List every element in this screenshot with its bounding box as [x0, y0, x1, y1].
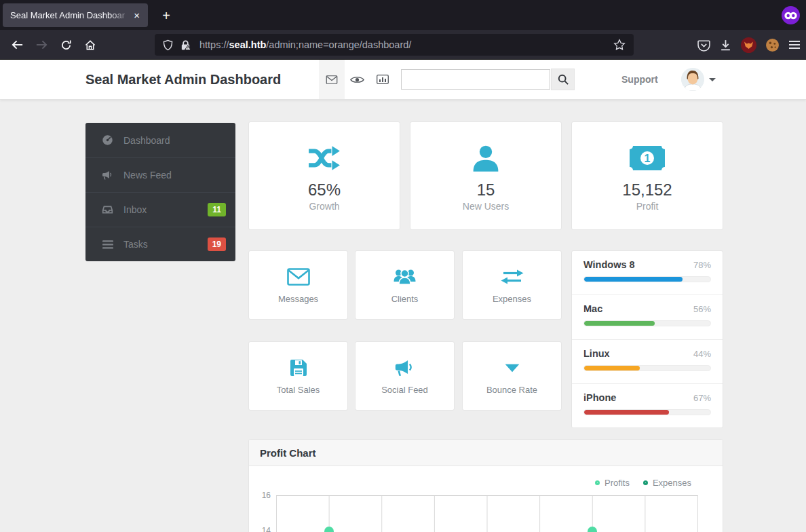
- pocket-icon[interactable]: [697, 39, 710, 52]
- progress-fill: [584, 321, 655, 326]
- shortcut-label: Messages: [278, 294, 318, 304]
- toolbar-right-icons: [697, 30, 801, 60]
- legend-item-profits[interactable]: Profits: [595, 478, 630, 488]
- os-label: Linux: [583, 348, 610, 359]
- url-domain: seal.htb: [229, 39, 267, 50]
- sidebar-item-label: Inbox: [123, 204, 147, 215]
- eye-header-button[interactable]: [347, 60, 367, 99]
- shortcut-messages[interactable]: Messages: [248, 250, 348, 320]
- shortcut-bounce-rate[interactable]: Bounce Rate: [462, 341, 562, 411]
- chart-point: [324, 527, 334, 532]
- chevron-down-icon[interactable]: [709, 78, 716, 81]
- lock-warning-icon[interactable]: [180, 39, 191, 51]
- stat-label: Growth: [309, 201, 339, 212]
- svg-text:1: 1: [645, 153, 651, 164]
- chart-point: [588, 527, 597, 532]
- browser-toolbar: https://seal.htb/admin;name=orange/dashb…: [0, 30, 806, 60]
- stat-card-growth[interactable]: 65% Growth: [248, 121, 400, 230]
- sidebar-item-inbox[interactable]: Inbox 11: [85, 192, 235, 227]
- sidebar-item-tasks[interactable]: Tasks 19: [85, 227, 235, 261]
- os-label: iPhone: [583, 392, 616, 403]
- sidebar-item-news-feed[interactable]: News Feed: [85, 157, 235, 192]
- sidebar: Dashboard News Feed Inbox 11: [85, 123, 235, 261]
- legend-label: Expenses: [653, 478, 691, 488]
- progress-track: [583, 276, 711, 282]
- progress-fill: [584, 410, 669, 415]
- avatar-image: [681, 68, 704, 91]
- profit-chart-plot: [276, 495, 698, 532]
- eye-icon: [350, 75, 364, 84]
- support-link[interactable]: Support: [621, 60, 658, 99]
- sidebar-item-label: News Feed: [123, 170, 172, 180]
- new-tab-button[interactable]: +: [156, 5, 176, 26]
- envelope-icon: [287, 266, 310, 288]
- shortcut-label: Total Sales: [277, 385, 320, 395]
- os-label: Windows 8: [583, 259, 635, 270]
- shortcut-expenses[interactable]: Expenses: [462, 250, 562, 320]
- url-bar[interactable]: https://seal.htb/admin;name=orange/dashb…: [155, 34, 634, 56]
- sidebar-item-dashboard[interactable]: Dashboard: [85, 123, 235, 157]
- shortcut-social-feed[interactable]: Social Feed: [355, 341, 455, 411]
- progress-track: [583, 365, 711, 371]
- fox-icon: [741, 37, 756, 53]
- messages-header-button[interactable]: [319, 60, 345, 99]
- tab-bar: Seal Market Admin Dashboar × +: [0, 0, 806, 30]
- search-button[interactable]: [551, 69, 575, 90]
- stat-value: 15: [477, 180, 495, 200]
- menu-icon[interactable]: [788, 40, 801, 50]
- os-label: Mac: [583, 303, 602, 314]
- reload-button[interactable]: [54, 33, 77, 56]
- avatar[interactable]: [681, 68, 704, 91]
- panel-header: Profit Chart: [249, 440, 723, 466]
- money-bill-icon: 1: [629, 141, 666, 175]
- megaphone-icon: [101, 170, 114, 180]
- container-mask-icon[interactable]: [782, 6, 800, 24]
- legend-item-expenses[interactable]: Expenses: [643, 478, 691, 488]
- shortcut-label: Expenses: [493, 294, 531, 304]
- os-row-windows: Windows 8 78%: [572, 251, 723, 294]
- progress-fill: [584, 277, 683, 282]
- megaphone-icon: [394, 357, 415, 379]
- shield-icon[interactable]: [163, 39, 173, 51]
- users-icon: [392, 266, 417, 288]
- caret-down-icon: [505, 357, 520, 379]
- stat-card-new-users[interactable]: 15 New Users: [410, 121, 562, 230]
- download-icon[interactable]: [719, 39, 732, 52]
- back-button[interactable]: [5, 33, 28, 56]
- shortcut-label: Social Feed: [381, 385, 428, 395]
- foxyproxy-extension-icon[interactable]: [741, 37, 756, 53]
- tab-close-icon[interactable]: ×: [131, 9, 142, 22]
- search-icon: [558, 74, 569, 85]
- expenses-swatch: [643, 480, 648, 485]
- legend-label: Profits: [604, 478, 630, 488]
- shortcut-clients[interactable]: Clients: [355, 250, 455, 320]
- chart-header-button[interactable]: [372, 60, 394, 99]
- os-percent: 67%: [693, 393, 711, 403]
- stat-card-profit[interactable]: 1 15,152 Profit: [571, 121, 723, 230]
- page-header: Seal Market Admin Dashboard Support: [0, 60, 806, 100]
- browser-tab[interactable]: Seal Market Admin Dashboar ×: [3, 3, 148, 27]
- exchange-icon: [501, 266, 524, 288]
- web-page: Seal Market Admin Dashboard Support: [0, 60, 806, 532]
- browser-window: Seal Market Admin Dashboar × +: [0, 0, 806, 532]
- panel-title: Profit Chart: [260, 447, 316, 459]
- os-row-iphone: iPhone 67%: [572, 383, 723, 428]
- shortcut-total-sales[interactable]: Total Sales: [248, 341, 348, 411]
- save-icon: [289, 357, 308, 379]
- cookie-extension-icon[interactable]: [765, 38, 780, 52]
- bookmark-star-icon[interactable]: [613, 39, 626, 51]
- stat-value: 65%: [308, 180, 341, 200]
- url-path: /admin;name=orange/dashboard/: [266, 39, 411, 50]
- stat-label: Profit: [636, 201, 659, 212]
- home-button[interactable]: [79, 33, 102, 56]
- page-title: Seal Market Admin Dashboard: [85, 60, 281, 99]
- url-text: https://seal.htb/admin;name=orange/dashb…: [199, 39, 613, 50]
- progress-fill: [584, 366, 640, 370]
- tasks-badge: 19: [208, 238, 226, 251]
- os-percent: 44%: [693, 349, 711, 359]
- forward-button[interactable]: [30, 33, 53, 56]
- y-axis-tick: 16: [253, 491, 271, 500]
- shuffle-icon: [307, 141, 341, 175]
- search-input[interactable]: [401, 69, 550, 90]
- user-icon: [472, 141, 500, 175]
